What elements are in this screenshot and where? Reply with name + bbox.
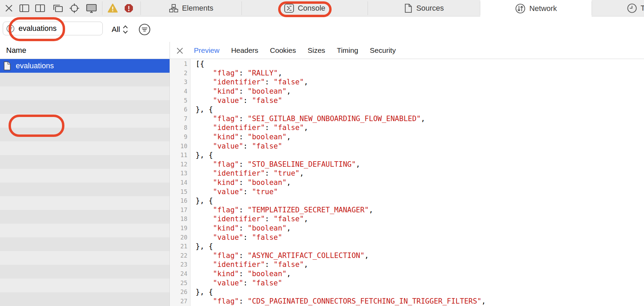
line-text: "value": "false" bbox=[190, 279, 282, 287]
line-number: 5 bbox=[170, 97, 190, 104]
line-number: 27 bbox=[170, 298, 190, 305]
line-number: 24 bbox=[170, 270, 190, 277]
tab-network[interactable]: Network bbox=[480, 0, 592, 17]
column-header-name[interactable]: Name bbox=[0, 42, 170, 59]
line-number: 8 bbox=[170, 124, 190, 131]
line-text: "flag": "RALLY", bbox=[190, 69, 282, 77]
detail-tab-headers[interactable]: Headers bbox=[231, 46, 258, 55]
filter-circle-icon bbox=[6, 24, 15, 33]
search-input[interactable]: evaluations bbox=[3, 22, 103, 35]
code-line: 23 "identifier": "false", bbox=[170, 260, 644, 269]
line-text: "identifier": "false", bbox=[190, 215, 308, 223]
requests-table: evaluations bbox=[0, 59, 170, 306]
line-text: "kind": "boolean", bbox=[190, 133, 291, 141]
scope-label: All bbox=[112, 25, 120, 34]
line-text: "identifier": "false", bbox=[190, 260, 308, 269]
line-text: "flag": "SEI_GITLAB_NEW_ONBOARDING_FLOW_… bbox=[190, 115, 425, 123]
tab-label: Elements bbox=[182, 4, 213, 13]
undock-icon[interactable] bbox=[51, 0, 64, 16]
code-line: 27 "flag": "CDS_PAGINATED_CONNECTORS_FET… bbox=[170, 296, 644, 306]
line-text: "kind": "boolean", bbox=[190, 87, 291, 95]
line-number: 12 bbox=[170, 161, 190, 168]
line-number: 22 bbox=[170, 252, 190, 259]
code-line: 14 "kind": "boolean", bbox=[170, 178, 644, 187]
inspect-element-icon[interactable] bbox=[69, 0, 80, 16]
code-line: 3 "identifier": "false", bbox=[170, 78, 644, 87]
line-text: "flag": "ASYNC_ARTIFACT_COLLECTION", bbox=[190, 251, 369, 260]
tab-elements[interactable]: Elements bbox=[141, 0, 242, 16]
line-number: 11 bbox=[170, 152, 190, 158]
line-number: 4 bbox=[170, 88, 190, 95]
line-number: 21 bbox=[170, 243, 190, 250]
line-text: "kind": "boolean", bbox=[190, 270, 291, 278]
sources-icon bbox=[404, 3, 413, 13]
code-line: 17 "flag": "TEMPLATIZED_SECRET_MANAGER", bbox=[170, 205, 644, 215]
line-text: "flag": "STO_BASELINE_DEFAULTING", bbox=[190, 160, 360, 168]
errors-badge-icon[interactable] bbox=[123, 0, 134, 16]
line-number: 15 bbox=[170, 188, 190, 195]
line-number: 1 bbox=[170, 60, 190, 67]
request-name: evaluations bbox=[16, 61, 54, 70]
tab-console[interactable]: Console bbox=[242, 0, 368, 16]
line-text: "identifier": "false", bbox=[190, 78, 308, 86]
web-inspector-window: Elements Console Sources Network T evalu… bbox=[0, 0, 644, 306]
line-text: "kind": "boolean", bbox=[190, 224, 291, 232]
line-text: "identifier": "true", bbox=[190, 169, 304, 177]
preview-panel: 1[{2 "flag": "RALLY",3 "identifier": "fa… bbox=[170, 59, 644, 306]
code-line: 20 "value": "false" bbox=[170, 233, 644, 242]
code-line: 22 "flag": "ASYNC_ARTIFACT_COLLECTION", bbox=[170, 251, 644, 260]
line-text: }, { bbox=[190, 197, 213, 205]
line-text: "kind": "boolean", bbox=[190, 178, 291, 187]
device-icon[interactable] bbox=[85, 0, 98, 16]
code-line: 18 "identifier": "false", bbox=[170, 214, 644, 224]
code-line: 26}, { bbox=[170, 287, 644, 297]
code-line: 12 "flag": "STO_BASELINE_DEFAULTING", bbox=[170, 160, 644, 169]
detail-tab-timing[interactable]: Timing bbox=[337, 46, 358, 55]
warnings-badge-icon[interactable] bbox=[107, 0, 119, 16]
line-text: }, { bbox=[190, 151, 213, 159]
line-number: 14 bbox=[170, 179, 190, 186]
request-row-evaluations[interactable]: evaluations bbox=[0, 59, 170, 73]
line-text: "flag": "CDS_PAGINATED_CONNECTORS_FETCHI… bbox=[190, 297, 486, 305]
line-text: }, { bbox=[190, 288, 213, 296]
tab-label: Console bbox=[298, 4, 325, 13]
tab-timelines[interactable]: T bbox=[592, 0, 644, 16]
tab-label: T bbox=[641, 4, 644, 13]
json-preview-code: 1[{2 "flag": "RALLY",3 "identifier": "fa… bbox=[170, 59, 644, 306]
code-line: 7 "flag": "SEI_GITLAB_NEW_ONBOARDING_FLO… bbox=[170, 114, 644, 123]
toolbar-separator bbox=[102, 1, 102, 15]
code-line: 21}, { bbox=[170, 242, 644, 251]
detail-tabs: Preview Headers Cookies Sizes Timing Sec… bbox=[194, 42, 396, 59]
detail-tab-preview[interactable]: Preview bbox=[194, 46, 220, 55]
code-line: 16}, { bbox=[170, 196, 644, 205]
line-number: 19 bbox=[170, 225, 190, 232]
line-text: }, { bbox=[190, 105, 213, 114]
close-detail-button[interactable] bbox=[175, 46, 184, 55]
code-line: 11}, { bbox=[170, 151, 644, 160]
line-number: 7 bbox=[170, 115, 190, 122]
detail-tab-sizes[interactable]: Sizes bbox=[308, 46, 325, 55]
code-line: 10 "value": "false" bbox=[170, 141, 644, 151]
content-area: evaluations 1[{2 "flag": "RALLY",3 "iden… bbox=[0, 59, 644, 306]
line-number: 23 bbox=[170, 261, 190, 268]
dock-side-icon[interactable] bbox=[19, 0, 30, 16]
line-number: 16 bbox=[170, 197, 190, 204]
detail-tab-cookies[interactable]: Cookies bbox=[270, 46, 296, 55]
line-number: 26 bbox=[170, 289, 190, 295]
detail-tab-security[interactable]: Security bbox=[370, 46, 396, 55]
line-number: 2 bbox=[170, 70, 190, 76]
line-number: 3 bbox=[170, 79, 190, 85]
line-text: [{ bbox=[190, 60, 204, 68]
inspector-tabbar: Elements Console Sources Network T bbox=[0, 0, 644, 16]
filter-options-button[interactable] bbox=[138, 23, 151, 36]
line-text: "flag": "TEMPLATIZED_SECRET_MANAGER", bbox=[190, 206, 373, 214]
tab-label: Sources bbox=[416, 4, 444, 13]
scope-dropdown[interactable]: All bbox=[112, 17, 128, 42]
tab-sources[interactable]: Sources bbox=[368, 0, 480, 16]
network-icon bbox=[515, 3, 526, 14]
close-inspector-button[interactable] bbox=[4, 0, 14, 16]
code-line: 13 "identifier": "true", bbox=[170, 169, 644, 178]
line-number: 10 bbox=[170, 143, 190, 150]
dock-split-icon[interactable] bbox=[35, 0, 46, 16]
code-line: 24 "kind": "boolean", bbox=[170, 269, 644, 279]
